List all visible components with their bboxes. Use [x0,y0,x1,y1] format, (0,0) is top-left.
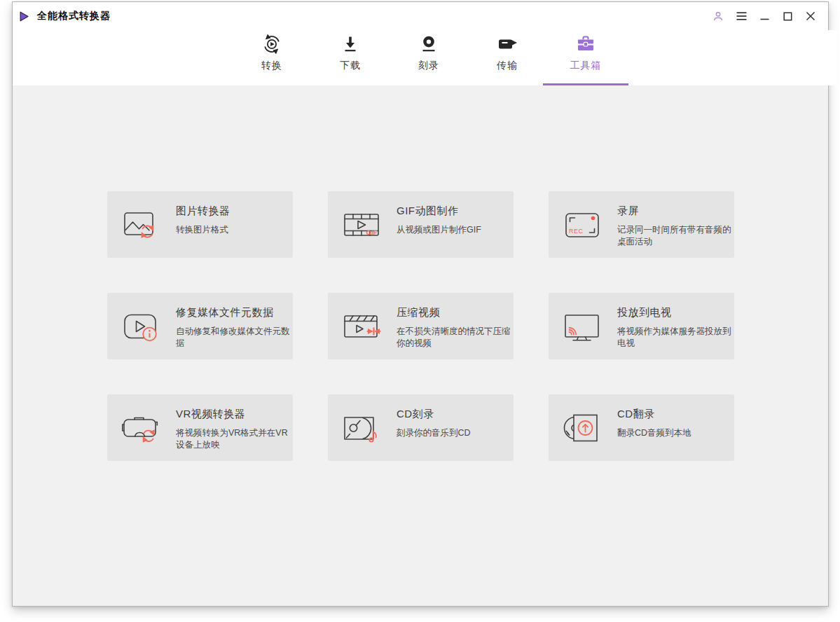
tool-card-fix-metadata[interactable]: 修复媒体文件元数据 自动修复和修改媒体文件元数据 [107,293,293,359]
user-icon [712,11,724,22]
tool-title: 修复媒体文件元数据 [176,306,293,319]
hamburger-icon [736,11,748,21]
active-tab-underline [543,83,628,85]
tool-card-gif-maker[interactable]: GIF GIF动图制作 从视频或图片制作GIF [328,191,514,258]
tab-label: 刻录 [418,60,439,72]
tool-card-screen-record[interactable]: REC 录屏 记录同一时间所有带有音频的桌面活动 [549,191,734,258]
tab-burn[interactable]: 刻录 [390,30,468,85]
tool-grid: 图片转换器 转换图片格式 GIF [107,191,828,461]
transfer-icon [497,33,518,55]
download-icon [340,33,361,55]
menu-button[interactable] [734,8,749,24]
tool-desc: 在不损失清晰度的情况下压缩你的视频 [397,326,514,350]
tab-download[interactable]: 下载 [311,30,390,85]
tool-desc: 转换图片格式 [176,224,293,236]
tool-title: 投放到电视 [617,306,734,319]
tool-card-vr-converter[interactable]: VR视频转换器 将视频转换为VR格式并在VR设备上放映 [107,394,293,461]
app-title: 全能格式转换器 [37,10,111,22]
tool-desc: 记录同一时间所有带有音频的桌面活动 [617,224,734,248]
tool-desc: 刻录你的音乐到CD [397,427,514,439]
tool-card-cast-to-tv[interactable]: 投放到电视 将视频作为媒体服务器投放到电视 [549,293,734,359]
burn-icon [418,33,439,55]
svg-text:REC: REC [569,228,584,235]
titlebar: 全能格式转换器 [13,2,828,30]
account-button[interactable] [710,8,726,24]
tab-transfer[interactable]: 传输 [468,30,546,85]
tool-card-image-converter[interactable]: 图片转换器 转换图片格式 [107,191,293,258]
tool-title: CD翻录 [617,408,734,421]
tab-label: 下载 [340,60,361,72]
tool-title: 压缩视频 [397,306,514,319]
minimize-button[interactable] [757,8,772,24]
minimize-icon [760,12,769,21]
tool-card-cd-burn[interactable]: CD刻录 刻录你的音乐到CD [328,394,514,461]
compress-video-icon [341,293,382,359]
app-logo-icon [18,11,30,22]
close-icon [806,11,815,21]
cast-tv-icon [562,293,603,359]
screen-record-icon: REC [562,191,603,258]
cd-rip-icon [562,394,603,461]
convert-icon [261,33,282,55]
vr-converter-icon [121,394,161,461]
toolbox-icon [575,33,596,55]
tool-card-cd-rip[interactable]: CD翻录 翻录CD音频到本地 [549,394,734,461]
tab-label: 传输 [497,60,518,72]
maximize-button[interactable] [780,8,795,24]
tab-label: 转换 [261,60,282,72]
image-converter-icon [121,191,161,258]
app-identity: 全能格式转换器 [18,10,111,22]
toolbox-content: 图片转换器 转换图片格式 GIF [13,85,828,606]
cd-burn-icon [341,394,382,461]
tool-desc: 从视频或图片制作GIF [397,224,514,236]
tool-title: CD刻录 [397,408,514,421]
main-nav: 转换 下载 刻录 [21,30,836,85]
fix-metadata-icon [121,293,161,359]
gif-maker-icon: GIF [341,191,382,258]
tool-title: 录屏 [617,205,734,218]
maximize-icon [783,12,792,21]
tab-label: 工具箱 [570,60,602,72]
close-button[interactable] [803,8,818,24]
tool-card-compress-video[interactable]: 压缩视频 在不损失清晰度的情况下压缩你的视频 [328,293,514,359]
tool-title: VR视频转换器 [176,408,293,421]
tab-convert[interactable]: 转换 [233,30,311,85]
tool-desc: 自动修复和修改媒体文件元数据 [176,326,293,350]
svg-text:GIF: GIF [366,228,378,235]
window-controls [710,8,818,24]
tool-desc: 将视频作为媒体服务器投放到电视 [617,326,734,350]
tool-desc: 将视频转换为VR格式并在VR设备上放映 [176,427,293,451]
tool-title: 图片转换器 [176,205,293,218]
app-window: 全能格式转换器 [12,1,829,607]
tab-toolbox[interactable]: 工具箱 [546,30,625,85]
tool-title: GIF动图制作 [397,205,514,218]
tool-desc: 翻录CD音频到本地 [617,427,734,439]
